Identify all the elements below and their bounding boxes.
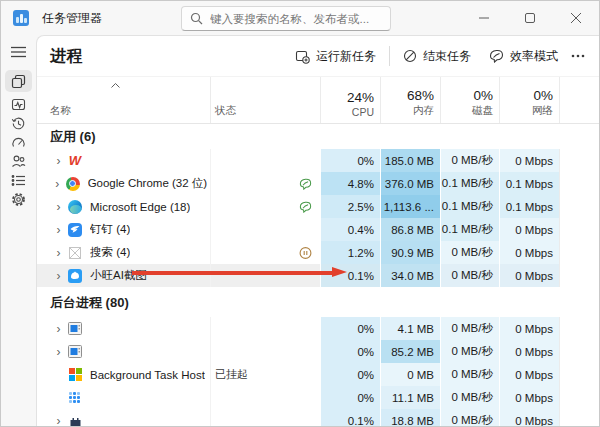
disk-cell: 0.1 MB/秒 [440,172,499,195]
castle-icon [67,413,83,427]
search-input[interactable] [210,13,382,25]
column-header-name[interactable]: 名称 [37,77,210,123]
efficiency-leaf-icon [299,178,312,190]
ms-logo-icon [67,367,83,383]
cpu-cell: 0% [320,149,380,172]
memory-cell: 1,113.6 ... [380,195,440,218]
cpu-cell: 0% [320,317,380,340]
expand-chevron-icon[interactable]: › [50,247,67,259]
minimize-button[interactable] [461,1,507,35]
memory-cell: 86.8 MB [380,218,440,241]
expand-chevron-icon[interactable]: › [50,201,67,213]
section-header-background[interactable]: 后台进程 (80) [37,287,599,317]
disk-cell: 0 MB/秒 [440,241,499,264]
app-history-icon [11,116,26,131]
memory-cell: 11.1 MB [380,386,440,409]
table-row-bg-1[interactable]: › 0% 4.1 MB 0 MB/秒 0 Mbps [37,317,599,340]
table-row-dingtalk[interactable]: › 钉钉 (4) 0.4% 86.8 MB 0.1 MB/秒 0 Mbps [37,218,599,241]
memory-cell: 85.2 MB [380,340,440,363]
section-header-apps[interactable]: 应用 (6) [37,124,599,149]
sidebar-item-menu[interactable] [5,43,32,61]
maximize-button[interactable] [507,1,553,35]
cpu-cell: 0% [320,340,380,363]
window-app-icon [67,344,83,360]
cpu-cell: 0% [320,363,380,386]
more-options-icon [571,54,585,58]
disk-cell: 0 MB/秒 [440,264,499,287]
sidebar-item-services[interactable] [5,190,32,208]
startup-apps-icon [11,135,26,150]
memory-cell: 34.0 MB [380,264,440,287]
memory-cell: 0 MB [380,363,440,386]
run-new-task-button[interactable]: 运行新任务 [286,43,385,70]
window-app-icon [67,321,83,337]
table-row-search[interactable]: › 搜索 (4) 1.2% 90.9 MB 0 MB/秒 0 Mbps [37,241,599,264]
sidebar-item-app-history[interactable] [5,114,32,132]
sidebar-item-performance[interactable] [5,95,32,113]
column-header-extra [559,77,599,123]
network-cell: 0 Mbps [499,218,559,241]
task-manager-app-icon [13,10,29,26]
disk-cell: 0 MB/秒 [440,386,499,409]
sort-ascending-icon [111,83,120,88]
details-icon [11,174,26,187]
edge-icon [67,199,83,215]
table-row-bg-2[interactable]: › 0% 85.2 MB 0 MB/秒 0 Mbps [37,340,599,363]
cpu-cell: 0% [320,386,380,409]
expand-chevron-icon[interactable]: › [50,224,67,236]
expand-chevron-icon[interactable]: › [50,346,67,358]
expand-chevron-icon[interactable]: › [50,323,67,335]
network-cell: 0 Mbps [499,264,559,287]
maximize-icon [525,13,535,23]
memory-cell: 185.0 MB [380,149,440,172]
end-task-button[interactable]: 结束任务 [394,43,480,70]
network-cell: 0 Mbps [499,149,559,172]
expand-chevron-icon[interactable]: › [50,415,67,427]
column-header-disk[interactable]: 0% 磁盘 [440,77,499,123]
column-header-memory[interactable]: 68% 内存 [380,77,440,123]
sidebar-item-users[interactable] [5,152,32,170]
table-row-xiaowang[interactable]: › 小旺AI截图 0.1% 34.0 MB 0 MB/秒 0 Mbps [37,264,599,287]
performance-icon [11,97,26,112]
table-row-chrome[interactable]: › Google Chrome (32 位) (11) 4.8% 376.0 M… [37,172,599,195]
content-panel: 进程 运行新任务 结束任务 效率模式 名称 [36,35,599,427]
disk-cell: 0 MB/秒 [440,340,499,363]
chrome-icon [65,176,81,192]
window-title: 任务管理器 [42,10,102,27]
search-box[interactable] [181,6,391,31]
cpu-cell: 2.5% [320,195,380,218]
table-row-bg-5[interactable]: › 0.1% 18.8 MB 0 MB/秒 0 Mbps [37,409,599,427]
network-cell: 0 Mbps [499,241,559,264]
more-options-button[interactable] [567,49,589,63]
column-header-status[interactable]: 状态 [210,77,320,123]
network-cell: 0 Mbps [499,386,559,409]
table-row-edge[interactable]: › Microsoft Edge (18) 2.5% 1,113.6 ... 0… [37,195,599,218]
column-header-cpu[interactable]: 24% CPU [320,77,380,123]
sidebar-nav [1,35,36,426]
disk-cell: 0 MB/秒 [440,409,499,427]
close-icon [571,13,581,23]
expand-chevron-icon[interactable]: › [50,178,65,190]
table-row-background-task-host[interactable]: › Background Task Host 已挂起 0% 0 MB 0 MB/… [37,363,599,386]
sidebar-item-details[interactable] [5,171,32,189]
column-header-network[interactable]: 0% 网络 [499,77,559,123]
page-title: 进程 [50,46,83,67]
close-button[interactable] [553,1,599,35]
sidebar-item-startup-apps[interactable] [5,133,32,151]
efficiency-mode-button[interactable]: 效率模式 [480,43,567,70]
services-icon [11,192,26,207]
expand-chevron-icon[interactable]: › [50,270,67,282]
table-row-wps[interactable]: › W 0% 185.0 MB 0 MB/秒 0 Mbps [37,149,599,172]
efficiency-leaf-icon [299,201,312,213]
cpu-cell: 0.1% [320,264,380,287]
memory-cell: 376.0 MB [380,172,440,195]
table-row-bg-4[interactable]: › 0% 11.1 MB 0 MB/秒 0 Mbps [37,386,599,409]
expand-chevron-icon[interactable]: › [50,155,67,167]
placeholder-icon [67,245,83,261]
status-text: 已挂起 [215,367,248,382]
toolbar: 进程 运行新任务 结束任务 效率模式 [37,36,599,76]
users-icon [11,154,26,168]
sidebar-item-processes[interactable] [5,70,32,92]
suspended-pause-icon [299,246,312,259]
run-new-task-icon [295,49,310,64]
